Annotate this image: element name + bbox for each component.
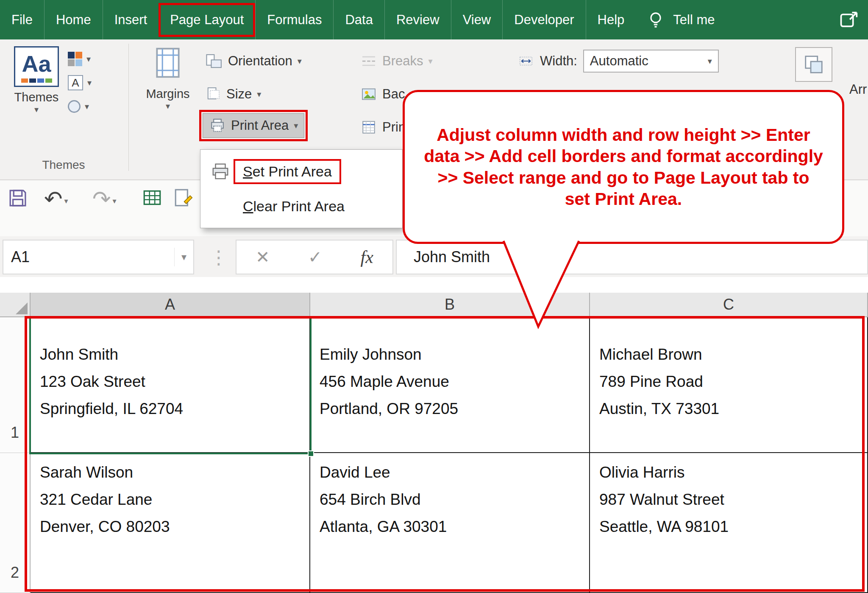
print-titles-label: Prin bbox=[382, 120, 406, 135]
row-header-1[interactable]: 1 bbox=[0, 317, 31, 453]
cell-line: John Smith bbox=[40, 341, 309, 368]
breaks-icon bbox=[360, 53, 377, 70]
sheet-pencil-icon bbox=[173, 187, 194, 208]
cell-line: Olivia Harris bbox=[599, 459, 867, 486]
cell-line: 987 Walnut Street bbox=[599, 486, 867, 513]
chevron-down-icon: ▾ bbox=[87, 78, 92, 88]
chevron-down-icon: ▾ bbox=[11, 104, 62, 115]
tab-file[interactable]: File bbox=[0, 0, 44, 39]
cell-c1[interactable]: Michael Brown 789 Pine Road Austin, TX 7… bbox=[590, 317, 868, 453]
arrange-label-partial: Arr bbox=[849, 82, 867, 97]
name-box[interactable]: A1 ▾ bbox=[3, 240, 194, 274]
ribbon-tab-bar: File Home Insert Page Layout Formulas Da… bbox=[0, 0, 868, 39]
select-all-corner[interactable] bbox=[0, 293, 31, 317]
theme-effects-button[interactable]: ▾ bbox=[68, 97, 92, 116]
tab-formulas[interactable]: Formulas bbox=[255, 0, 333, 39]
background-icon bbox=[360, 86, 377, 103]
cell-b2[interactable]: David Lee 654 Birch Blvd Atlanta, GA 303… bbox=[310, 453, 590, 593]
tab-insert[interactable]: Insert bbox=[103, 0, 159, 39]
redo-button[interactable]: ↷ ▾ bbox=[92, 187, 117, 211]
table-button[interactable] bbox=[142, 187, 163, 208]
save-button[interactable] bbox=[7, 187, 29, 209]
cell-a1[interactable]: John Smith 123 Oak Street Springfield, I… bbox=[31, 317, 310, 453]
tab-view[interactable]: View bbox=[451, 0, 503, 39]
set-print-area-label: Set Print Area bbox=[243, 163, 332, 180]
fill-handle[interactable] bbox=[308, 450, 314, 457]
formula-input[interactable]: John Smith bbox=[396, 240, 868, 274]
cell-line: 456 Maple Avenue bbox=[320, 368, 589, 395]
cell-line: 654 Birch Blvd bbox=[320, 486, 589, 513]
tab-review[interactable]: Review bbox=[384, 0, 451, 39]
lightbulb-icon bbox=[636, 0, 669, 39]
annotation-callout: Adjust column width and row height >> En… bbox=[403, 90, 844, 244]
themes-button[interactable]: Aa Themes ▾ bbox=[11, 46, 62, 115]
theme-colors-icon bbox=[68, 52, 82, 66]
cell-line: Portland, OR 97205 bbox=[320, 395, 589, 422]
cell-line: David Lee bbox=[320, 459, 589, 486]
chevron-down-icon: ▾ bbox=[86, 54, 91, 64]
chevron-down-icon: ▾ bbox=[64, 196, 68, 205]
formula-bar-resize-handle[interactable]: ⋮ bbox=[209, 240, 228, 274]
tab-home[interactable]: Home bbox=[44, 0, 103, 39]
chevron-down-icon[interactable]: ▾ bbox=[174, 248, 193, 266]
print-area-menu: Set Print Area Clear Print Area bbox=[200, 149, 403, 228]
formula-buttons-box: ✕ ✓ fx bbox=[236, 240, 393, 274]
undo-icon: ↶ bbox=[44, 187, 63, 211]
theme-fonts-button[interactable]: A ▾ bbox=[68, 73, 92, 92]
chevron-down-icon: ▾ bbox=[428, 56, 432, 66]
width-select[interactable]: Automatic ▾ bbox=[583, 50, 719, 73]
cell-c2[interactable]: Olivia Harris 987 Walnut Street Seattle,… bbox=[590, 453, 868, 593]
bring-forward-icon bbox=[802, 53, 826, 76]
theme-effects-icon bbox=[68, 100, 81, 113]
cell-line: Austin, TX 73301 bbox=[599, 395, 867, 422]
tab-help[interactable]: Help bbox=[586, 0, 636, 39]
share-icon bbox=[838, 9, 860, 31]
cell-line: Atlanta, GA 30301 bbox=[320, 513, 589, 540]
orientation-button[interactable]: Orientation ▾ bbox=[204, 49, 302, 73]
group-divider bbox=[128, 44, 129, 171]
themes-group-label: Themes bbox=[0, 158, 127, 172]
edit-sheet-button[interactable] bbox=[173, 187, 194, 208]
margins-button[interactable]: Margins ▾ bbox=[134, 45, 202, 111]
cell-line: Sarah Wilson bbox=[40, 459, 309, 486]
name-box-value: A1 bbox=[11, 248, 30, 266]
tab-developer[interactable]: Developer bbox=[502, 0, 585, 39]
select-all-triangle-icon bbox=[16, 302, 28, 314]
column-header-a[interactable]: A bbox=[31, 293, 310, 317]
clear-print-area-item[interactable]: Clear Print Area bbox=[200, 189, 402, 224]
margins-icon bbox=[150, 45, 185, 80]
insert-function-button[interactable]: fx bbox=[361, 247, 373, 267]
formula-value: John Smith bbox=[414, 248, 490, 266]
print-area-annotation-box: Print Area ▾ bbox=[199, 110, 308, 141]
print-area-button[interactable]: Print Area ▾ bbox=[203, 113, 304, 138]
row-header-2[interactable]: 2 bbox=[0, 453, 31, 593]
column-header-c[interactable]: C bbox=[590, 293, 868, 317]
tab-data[interactable]: Data bbox=[333, 0, 384, 39]
tab-page-layout[interactable]: Page Layout bbox=[159, 3, 255, 37]
share-button[interactable] bbox=[831, 0, 868, 39]
cell-line: Emily Johnson bbox=[320, 341, 589, 368]
print-titles-icon bbox=[360, 119, 377, 136]
cell-line: Springfield, IL 62704 bbox=[40, 395, 309, 422]
formula-cancel-button[interactable]: ✕ bbox=[256, 247, 270, 267]
cell-a2[interactable]: Sarah Wilson 321 Cedar Lane Denver, CO 8… bbox=[31, 453, 310, 593]
tab-tell-me[interactable]: Tell me bbox=[669, 0, 726, 39]
annotation-callout-tail bbox=[487, 239, 597, 330]
bring-forward-button[interactable] bbox=[795, 47, 832, 82]
margins-label: Margins bbox=[134, 87, 202, 101]
theme-colors-button[interactable]: ▾ bbox=[68, 50, 92, 68]
undo-button[interactable]: ↶ ▾ bbox=[44, 187, 68, 211]
chevron-down-icon: ▾ bbox=[298, 56, 302, 66]
formula-enter-button[interactable]: ✓ bbox=[308, 247, 323, 267]
themes-aa-icon: Aa bbox=[14, 46, 59, 87]
print-titles-button[interactable]: Prin bbox=[360, 115, 406, 140]
size-button[interactable]: Size ▾ bbox=[204, 82, 261, 106]
background-button[interactable]: Bac bbox=[360, 82, 405, 106]
chevron-down-icon: ▾ bbox=[708, 56, 712, 66]
cell-line: 789 Pine Road bbox=[599, 368, 867, 395]
chevron-down-icon: ▾ bbox=[113, 196, 117, 205]
set-print-area-item[interactable]: Set Print Area bbox=[200, 154, 402, 189]
printer-icon bbox=[207, 162, 234, 181]
cell-b1[interactable]: Emily Johnson 456 Maple Avenue Portland,… bbox=[310, 317, 590, 453]
table-icon bbox=[142, 187, 163, 208]
